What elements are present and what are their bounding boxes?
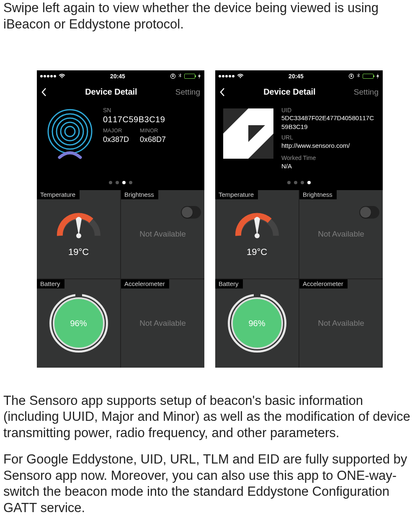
battery-gauge-icon: 96% (49, 294, 108, 353)
brightness-cell[interactable]: Brightness Not Available (121, 190, 204, 278)
ibeacon-data: SN 0117C59B3C19 MAJOR 0x387D MINOR 0x68D… (103, 106, 166, 173)
bolt-icon (376, 73, 379, 79)
brightness-toggle[interactable] (359, 206, 379, 219)
gauge-icon (52, 211, 106, 244)
svg-point-5 (52, 114, 88, 149)
uid-value: 5DC33487F02E477D40580117C59B3C19 (281, 114, 377, 131)
brightness-cell[interactable]: Brightness Not Available (299, 190, 383, 278)
major-label: MAJOR (103, 127, 129, 134)
wifi-icon (59, 74, 65, 79)
accelerometer-label: Accelerometer (299, 279, 348, 289)
rotation-lock-icon (170, 73, 176, 79)
battery-gauge-icon: 96% (228, 294, 286, 353)
bolt-icon (198, 73, 201, 79)
major-value: 0x387D (103, 134, 129, 144)
svg-rect-9 (350, 75, 352, 77)
rotation-lock-icon (348, 73, 354, 79)
temperature-label: Temperature (37, 190, 80, 199)
temperature-value: 19°C (52, 247, 106, 258)
brightness-label: Brightness (299, 190, 337, 199)
status-clock: 20:45 (110, 73, 125, 80)
temperature-cell[interactable]: Temperature 19°C (37, 190, 120, 278)
url-label: URL (281, 134, 377, 142)
wifi-icon (237, 74, 244, 79)
nav-header: Device Detail Setting (215, 82, 383, 102)
page-indicator (37, 176, 204, 190)
minor-value: 0x68D7 (140, 134, 166, 144)
svg-point-3 (61, 122, 79, 141)
paragraph-3: For Google Eddystone, UID, URL, TLM and … (3, 451, 417, 516)
nav-header: Device Detail Setting (37, 82, 204, 102)
brightness-value: Not Available (139, 229, 186, 239)
phone-screenshot-eddystone: 20:45 Device D (215, 70, 383, 368)
battery-label: Battery (37, 279, 64, 289)
intro-paragraph: Swipe left again to view whether the dev… (3, 0, 417, 33)
signal-dots-icon (40, 75, 56, 77)
battery-value: 96% (70, 319, 87, 328)
accelerometer-value: Not Available (318, 319, 364, 328)
worked-time-label: Worked Time (281, 154, 377, 162)
phone-screenshot-ibeacon: 20:45 Device D (37, 70, 204, 368)
svg-point-2 (65, 126, 75, 137)
accelerometer-label: Accelerometer (121, 279, 169, 289)
nav-title: Device Detail (47, 87, 175, 97)
eddystone-logo-icon (221, 106, 276, 161)
accelerometer-value: Not Available (139, 319, 186, 328)
worked-time-value: N/A (281, 162, 377, 170)
hero-section[interactable]: UID 5DC33487F02E477D40580117C59B3C19 URL… (215, 102, 383, 176)
eddystone-data: UID 5DC33487F02E477D40580117C59B3C19 URL… (281, 106, 377, 173)
status-bar: 20:45 (37, 70, 204, 82)
battery-cell[interactable]: Battery 96% (215, 279, 299, 368)
sn-label: SN (103, 106, 166, 114)
hero-section[interactable]: SN 0117C59B3C19 MAJOR 0x387D MINOR 0x68D… (37, 102, 204, 176)
battery-icon (363, 74, 374, 79)
temperature-value: 19°C (230, 247, 284, 258)
status-clock: 20:45 (289, 73, 304, 80)
battery-label: Battery (215, 279, 243, 289)
battery-value: 96% (248, 319, 265, 328)
temperature-label: Temperature (215, 190, 258, 199)
nav-setting-button[interactable]: Setting (354, 88, 379, 97)
back-button[interactable] (41, 88, 47, 97)
sensor-grid: Temperature 19°C Brightness Not (37, 190, 204, 368)
svg-point-6 (48, 110, 92, 153)
bluetooth-icon (357, 73, 360, 79)
back-button[interactable] (219, 88, 225, 97)
svg-point-7 (76, 233, 81, 238)
screenshots-row: 20:45 Device D (3, 70, 417, 368)
battery-cell[interactable]: Battery 96% (37, 279, 120, 368)
uid-label: UID (281, 106, 377, 114)
paragraph-2: The Sensoro app supports setup of beacon… (3, 393, 417, 441)
battery-icon (184, 74, 195, 79)
nav-setting-button[interactable]: Setting (175, 88, 200, 97)
accelerometer-cell[interactable]: Accelerometer Not Available (121, 279, 204, 368)
url-value: http://www.sensoro.com/ (281, 142, 377, 150)
svg-point-14 (255, 233, 260, 238)
bluetooth-icon (178, 73, 182, 79)
brightness-toggle[interactable] (181, 206, 201, 219)
temperature-cell[interactable]: Temperature 19°C (215, 190, 299, 278)
sensor-grid: Temperature 19°C Brightness Not (215, 190, 383, 368)
gauge-icon (230, 211, 284, 244)
nav-title: Device Detail (225, 87, 354, 97)
signal-dots-icon (219, 75, 234, 77)
beacon-rings-icon (43, 106, 97, 161)
page-indicator (215, 176, 383, 190)
svg-rect-1 (172, 75, 173, 77)
sn-value: 0117C59B3C19 (103, 114, 166, 125)
minor-label: MINOR (140, 127, 166, 134)
accelerometer-cell[interactable]: Accelerometer Not Available (299, 279, 383, 368)
brightness-value: Not Available (318, 229, 364, 239)
brightness-label: Brightness (121, 190, 158, 199)
status-bar: 20:45 (215, 70, 383, 82)
